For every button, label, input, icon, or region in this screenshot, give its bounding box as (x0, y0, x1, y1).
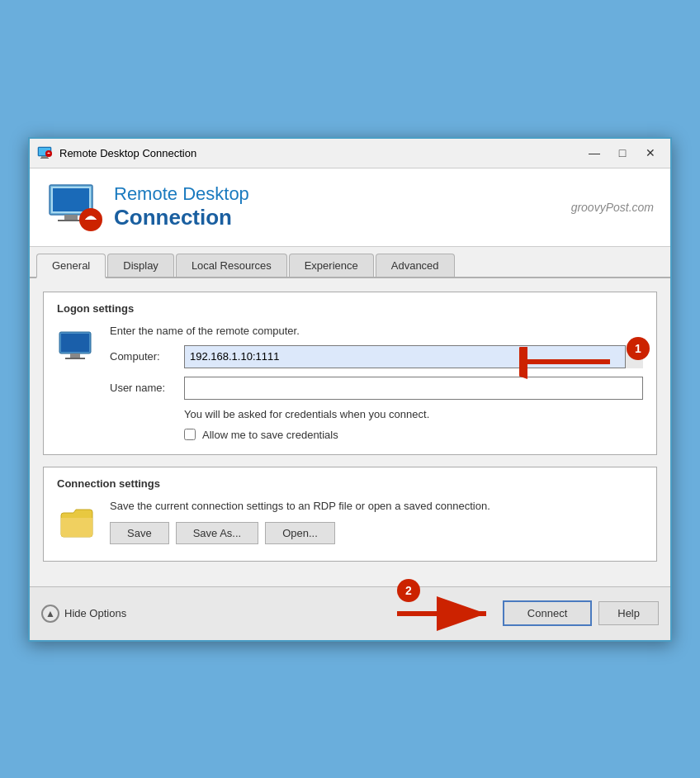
title-bar: Remote Desktop Connection — □ ✕ (30, 139, 670, 168)
connect-button[interactable]: Connect (503, 600, 592, 626)
logon-form: Enter the name of the remote computer. C… (110, 325, 643, 441)
connection-buttons: Save Save As... Open... (110, 522, 643, 544)
save-as-button[interactable]: Save As... (176, 522, 259, 544)
minimize-button[interactable]: — (581, 141, 608, 164)
watermark: groovyPost.com (571, 201, 654, 214)
save-credentials-checkbox[interactable] (184, 429, 196, 440)
svg-rect-13 (61, 334, 89, 352)
username-input-wrap (184, 377, 643, 400)
computer-input-wrap: ▾ (184, 345, 643, 368)
badge-1: 1 (627, 337, 650, 360)
svg-rect-14 (70, 353, 80, 358)
svg-rect-3 (40, 158, 49, 159)
hide-options[interactable]: ▲ Hide Options (41, 605, 389, 623)
window-controls: — □ ✕ (581, 141, 664, 164)
tab-display[interactable]: Display (107, 254, 174, 277)
tab-experience[interactable]: Experience (289, 254, 374, 277)
help-button[interactable]: Help (598, 601, 659, 625)
hide-options-label: Hide Options (64, 607, 126, 619)
computer-label: Computer: (110, 350, 184, 363)
computer-row-wrap: Computer: ▾ 1 (110, 345, 643, 368)
logon-computer-icon (57, 328, 98, 441)
tab-local-resources[interactable]: Local Resources (176, 254, 287, 277)
connection-section: Connection settings Save the current con… (43, 467, 657, 562)
connection-description: Save the current connection settings to … (110, 500, 643, 512)
close-button[interactable]: ✕ (637, 141, 664, 164)
logon-description: Enter the name of the remote computer. (110, 325, 643, 337)
save-credentials-row: Allow me to save credentials (184, 429, 643, 441)
tabs-bar: General Display Local Resources Experien… (30, 247, 670, 278)
connection-section-title: Connection settings (57, 477, 643, 490)
header: Remote Desktop Connection groovyPost.com (30, 168, 670, 247)
header-title-line2: Connection (114, 205, 249, 230)
main-window: Remote Desktop Connection — □ ✕ (28, 137, 672, 642)
computer-input[interactable] (184, 345, 643, 368)
title-text: Remote Desktop Connection (59, 147, 581, 159)
connection-form: Save the current connection settings to … (110, 500, 643, 548)
tab-advanced[interactable]: Advanced (376, 254, 455, 277)
save-button[interactable]: Save (110, 522, 169, 544)
svg-rect-9 (53, 188, 89, 211)
bottom-bar: ▲ Hide Options 2 Connect Help (30, 586, 670, 640)
credentials-note: You will be asked for credentials when y… (184, 408, 643, 420)
computer-row: Computer: ▾ (110, 345, 643, 368)
main-content: Logon settings Enter the name of the rem… (30, 278, 670, 586)
rdp-logo-icon (46, 178, 104, 236)
svg-rect-15 (65, 358, 85, 359)
save-credentials-label[interactable]: Allow me to save credentials (202, 429, 338, 441)
hide-options-icon: ▲ (41, 605, 59, 623)
header-title: Remote Desktop Connection (114, 183, 249, 230)
connect-arrow-wrap: 2 (389, 595, 496, 632)
maximize-button[interactable]: □ (609, 141, 636, 164)
username-row: User name: (110, 377, 643, 400)
logon-section-title: Logon settings (57, 302, 643, 315)
logon-section: Logon settings Enter the name of the rem… (43, 292, 657, 455)
header-logo: Remote Desktop Connection (46, 178, 249, 236)
header-title-line1: Remote Desktop (114, 183, 249, 205)
tab-general[interactable]: General (36, 254, 106, 278)
app-icon (36, 145, 53, 161)
folder-icon (57, 503, 98, 548)
username-input[interactable] (184, 377, 643, 400)
svg-rect-7 (64, 215, 78, 220)
badge-2: 2 (397, 579, 420, 602)
username-label: User name: (110, 382, 184, 394)
open-button[interactable]: Open... (265, 522, 335, 544)
